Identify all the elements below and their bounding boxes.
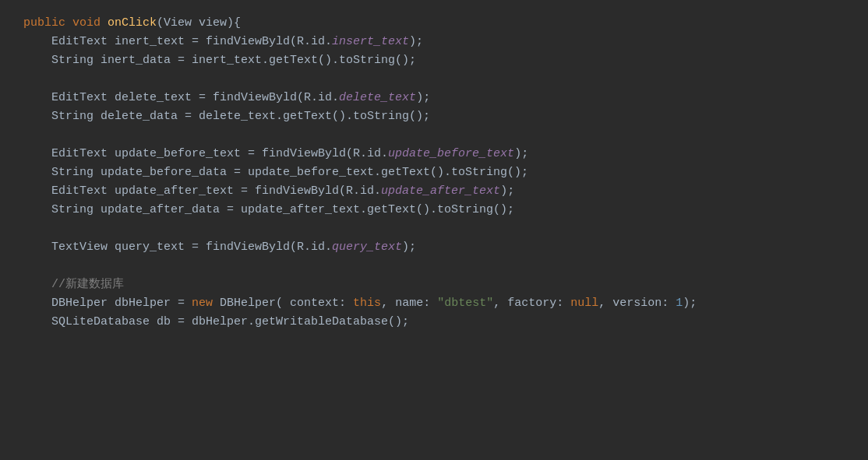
code-token: String <box>51 163 94 182</box>
code-token <box>23 33 51 51</box>
code-token <box>23 313 51 332</box>
code-token: String <box>51 51 94 70</box>
code-token: ); <box>402 238 416 257</box>
code-token: query_text <box>332 238 402 257</box>
code-token: inert_data = inert_text.getText().toStri… <box>94 51 416 70</box>
code-line: EditText update_before_text = findViewBy… <box>23 145 845 163</box>
code-line: //新建数据库 <box>23 276 845 294</box>
code-token: , name: <box>381 294 437 313</box>
code-token: delete_text = findViewByld(R.id. <box>108 89 339 107</box>
code-token: null <box>570 294 598 313</box>
code-token: update_before_text <box>388 145 514 163</box>
code-token: , version: <box>598 294 676 313</box>
code-token: dbHelper = <box>108 294 192 313</box>
code-token <box>23 294 51 313</box>
code-token: update_after_text <box>381 182 500 201</box>
code-token: ); <box>416 89 430 107</box>
code-token: (View view){ <box>157 14 241 33</box>
code-line: EditText update_after_text = findViewByl… <box>23 182 845 201</box>
code-token: void <box>72 14 108 33</box>
code-token: EditText <box>51 89 108 107</box>
code-token: delete_text <box>339 89 416 107</box>
code-token: ); <box>514 145 528 163</box>
code-token: delete_data = delete_text.getText().toSt… <box>94 107 430 126</box>
code-token: insert_text <box>332 33 409 51</box>
code-token: "dbtest" <box>437 294 493 313</box>
code-token: String <box>51 107 94 126</box>
code-token: DBHelper( <box>220 294 283 313</box>
code-token: update_after_text = findViewByld(R.id. <box>108 182 381 201</box>
code-token: db = dbHelper.getWritableDatabase(); <box>150 313 409 332</box>
code-token: EditText <box>51 145 108 163</box>
code-token: DBHelper <box>51 294 108 313</box>
code-token: this <box>353 294 381 313</box>
code-line: EditText delete_text = findViewByld(R.id… <box>23 89 845 107</box>
code-line: EditText inert_text = findViewByld(R.id.… <box>23 33 845 51</box>
code-token: //新建数据库 <box>23 276 124 294</box>
code-token <box>23 107 51 126</box>
code-token: update_before_text = findViewByld(R.id. <box>108 145 388 163</box>
code-token <box>23 182 51 201</box>
code-token <box>23 201 51 219</box>
code-token: query_text = findViewByld(R.id. <box>108 238 332 257</box>
code-token: 1 <box>676 294 683 313</box>
code-line: DBHelper dbHelper = new DBHelper( contex… <box>23 294 845 313</box>
code-token: update_before_data = update_before_text.… <box>94 163 528 182</box>
code-token: update_after_data = update_after_text.ge… <box>94 201 514 219</box>
code-token: ); <box>683 294 697 313</box>
code-token <box>23 163 51 182</box>
code-line: String delete_data = delete_text.getText… <box>23 107 845 126</box>
code-editor: public void onClick(View view){ EditText… <box>0 0 868 460</box>
code-line: TextView query_text = findViewByld(R.id.… <box>23 238 845 257</box>
code-token: String <box>51 201 94 219</box>
code-line: SQLiteDatabase db = dbHelper.getWritable… <box>23 313 845 332</box>
code-token: ); <box>409 33 423 51</box>
code-token <box>23 51 51 70</box>
code-token: onClick <box>108 14 157 33</box>
code-token: TextView <box>51 238 108 257</box>
code-token <box>23 145 51 163</box>
code-token: ); <box>500 182 514 201</box>
code-token: inert_text = findViewByld(R.id. <box>108 33 332 51</box>
code-token: new <box>192 294 220 313</box>
code-token: EditText <box>51 33 108 51</box>
code-line: String update_after_data = update_after_… <box>23 201 845 219</box>
code-token: SQLiteDatabase <box>51 313 150 332</box>
code-token: context: <box>283 294 353 313</box>
code-token: , factory: <box>493 294 570 313</box>
code-token: EditText <box>51 182 108 201</box>
code-line: String update_before_data = update_befor… <box>23 163 845 182</box>
code-line: public void onClick(View view){ <box>23 14 845 33</box>
code-line: String inert_data = inert_text.getText()… <box>23 51 845 70</box>
code-token: public <box>23 14 72 33</box>
code-token <box>23 89 51 107</box>
code-token <box>23 238 51 257</box>
code-content: public void onClick(View view){ EditText… <box>23 14 845 332</box>
